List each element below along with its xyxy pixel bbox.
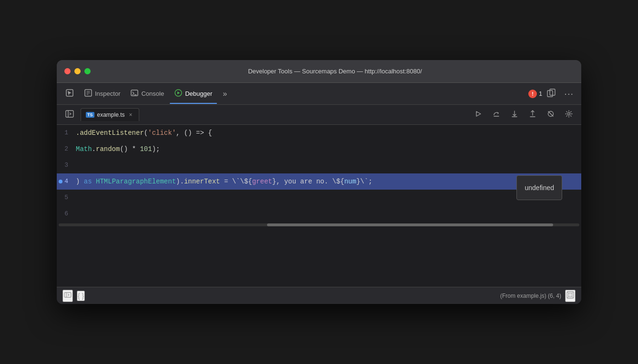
code-lines: 1 .addEventListener('click', () => { 2 M… [57,125,581,222]
svg-point-15 [568,112,570,115]
pretty-print-button[interactable]: { } [77,291,85,301]
code-line-3: 3 [57,157,581,173]
line-number-3: 3 [57,157,76,173]
traffic-lights [64,68,91,74]
source-location: (From example.js) (6, 4) [500,293,561,299]
toggle-original-source-button[interactable] [565,290,576,302]
pick-element-button[interactable] [61,86,79,101]
step-over-button[interactable] [488,107,505,122]
line-content-4: ) as HTMLParagraphElement).innerText = \… [76,173,581,190]
duplicate-panel-button[interactable] [543,86,559,102]
step-in-button[interactable] [506,107,523,122]
tooltip-text: undefined [525,184,554,192]
code-line-1: 1 .addEventListener('click', () => { [57,125,581,141]
line-content-6 [76,206,581,222]
debugger-tab[interactable]: Debugger [170,86,217,101]
file-tab-example-ts[interactable]: TS example.ts × [81,108,139,121]
debug-toolbar [470,107,577,122]
line-number-6: 6 [57,206,76,222]
error-count: 1 [539,90,542,97]
svg-rect-16 [64,293,71,297]
error-icon: ! [528,90,537,98]
line-content-1: .addEventListener('click', () => { [76,125,581,141]
window-title: Developer Tools — Sourcemaps Demo — http… [96,68,574,75]
scrollbar-track [59,223,579,226]
console-tab[interactable]: Console [126,86,169,101]
debugger-label: Debugger [185,90,212,97]
more-tools-button[interactable]: » [218,87,232,101]
svg-rect-6 [66,111,73,117]
settings-button[interactable] [560,107,577,122]
file-tab-name: example.ts [97,111,125,118]
code-line-2: 2 Math.random() * 101); [57,141,581,157]
file-tab-bar: TS example.ts × [57,105,581,125]
settings-ellipsis-button[interactable]: ··· [560,85,577,102]
scrollbar-thumb[interactable] [267,223,554,226]
console-label: Console [141,90,164,97]
close-tab-button[interactable]: × [128,111,134,119]
inspector-tab[interactable]: Inspector [80,86,125,101]
debugger-icon [175,89,182,98]
status-right: (From example.js) (6, 4) [500,290,576,302]
deactivate-breakpoints-button[interactable] [542,107,559,122]
code-line-4: 4 ) as HTMLParagraphElement).innerText =… [57,173,581,190]
value-tooltip: undefined [516,175,562,200]
error-badge: ! 1 [528,90,542,98]
line-number-5: 5 [57,190,76,206]
pick-element-icon [65,89,74,99]
minimize-button[interactable] [74,68,81,74]
line-content-2: Math.random() * 101); [76,141,581,157]
titlebar: Developer Tools — Sourcemaps Demo — http… [57,60,581,83]
line-number-4: 4 [57,173,76,190]
chevron-right-icon: » [223,90,227,98]
line-number-1: 1 [57,125,76,141]
resume-button[interactable] [470,107,487,122]
curly-braces-icon: { } [78,292,84,300]
status-left: { } [62,290,85,302]
maximize-button[interactable] [84,68,91,74]
close-button[interactable] [64,68,71,74]
line-content-5 [76,190,581,206]
main-toolbar: Inspector Console Debugger » [57,83,581,105]
inspector-icon [84,89,92,98]
breakpoints-toggle-button[interactable] [62,290,73,302]
inspector-label: Inspector [95,90,120,97]
statusbar: { } (From example.js) (6, 4) [57,287,581,304]
sidebar-toggle-button[interactable] [61,107,79,123]
step-out-button[interactable] [524,107,541,122]
code-line-6: 6 [57,206,581,222]
line-number-2: 2 [57,141,76,157]
code-line-5: 5 [57,190,581,206]
line-content-3 [76,157,581,173]
typescript-badge: TS [86,112,94,118]
code-editor: 1 .addEventListener('click', () => { 2 M… [57,125,581,287]
horizontal-scrollbar[interactable] [57,222,581,228]
console-icon [131,89,138,98]
devtools-window: Developer Tools — Sourcemaps Demo — http… [57,60,581,304]
